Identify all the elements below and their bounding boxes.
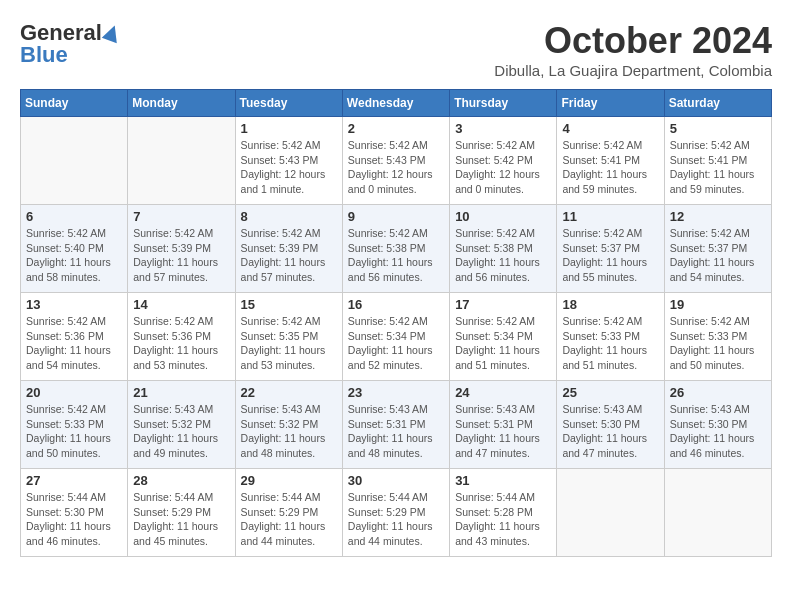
header-wednesday: Wednesday: [342, 90, 449, 117]
calendar-cell: 11Sunrise: 5:42 AM Sunset: 5:37 PM Dayli…: [557, 205, 664, 293]
day-number: 26: [670, 385, 766, 400]
day-number: 8: [241, 209, 337, 224]
day-info: Sunrise: 5:42 AM Sunset: 5:42 PM Dayligh…: [455, 138, 551, 197]
day-info: Sunrise: 5:42 AM Sunset: 5:38 PM Dayligh…: [348, 226, 444, 285]
calendar-cell: [21, 117, 128, 205]
title-block: October 2024 Dibulla, La Guajira Departm…: [494, 20, 772, 79]
location-subtitle: Dibulla, La Guajira Department, Colombia: [494, 62, 772, 79]
logo-triangle-icon: [102, 23, 123, 44]
calendar-cell: 8Sunrise: 5:42 AM Sunset: 5:39 PM Daylig…: [235, 205, 342, 293]
day-info: Sunrise: 5:42 AM Sunset: 5:35 PM Dayligh…: [241, 314, 337, 373]
day-number: 22: [241, 385, 337, 400]
calendar-week-row-4: 20Sunrise: 5:42 AM Sunset: 5:33 PM Dayli…: [21, 381, 772, 469]
day-info: Sunrise: 5:44 AM Sunset: 5:30 PM Dayligh…: [26, 490, 122, 549]
header-monday: Monday: [128, 90, 235, 117]
day-number: 10: [455, 209, 551, 224]
day-number: 4: [562, 121, 658, 136]
calendar-cell: 29Sunrise: 5:44 AM Sunset: 5:29 PM Dayli…: [235, 469, 342, 557]
calendar-cell: 19Sunrise: 5:42 AM Sunset: 5:33 PM Dayli…: [664, 293, 771, 381]
calendar-cell: 14Sunrise: 5:42 AM Sunset: 5:36 PM Dayli…: [128, 293, 235, 381]
calendar-cell: 27Sunrise: 5:44 AM Sunset: 5:30 PM Dayli…: [21, 469, 128, 557]
day-number: 28: [133, 473, 229, 488]
day-info: Sunrise: 5:42 AM Sunset: 5:41 PM Dayligh…: [670, 138, 766, 197]
calendar-cell: [557, 469, 664, 557]
day-info: Sunrise: 5:43 AM Sunset: 5:31 PM Dayligh…: [455, 402, 551, 461]
calendar-cell: 17Sunrise: 5:42 AM Sunset: 5:34 PM Dayli…: [450, 293, 557, 381]
day-number: 3: [455, 121, 551, 136]
day-info: Sunrise: 5:43 AM Sunset: 5:32 PM Dayligh…: [241, 402, 337, 461]
day-number: 12: [670, 209, 766, 224]
day-number: 27: [26, 473, 122, 488]
day-number: 14: [133, 297, 229, 312]
calendar-week-row-3: 13Sunrise: 5:42 AM Sunset: 5:36 PM Dayli…: [21, 293, 772, 381]
day-info: Sunrise: 5:43 AM Sunset: 5:32 PM Dayligh…: [133, 402, 229, 461]
calendar-cell: 6Sunrise: 5:42 AM Sunset: 5:40 PM Daylig…: [21, 205, 128, 293]
calendar-table: Sunday Monday Tuesday Wednesday Thursday…: [20, 89, 772, 557]
day-number: 21: [133, 385, 229, 400]
day-number: 1: [241, 121, 337, 136]
calendar-cell: 12Sunrise: 5:42 AM Sunset: 5:37 PM Dayli…: [664, 205, 771, 293]
header-saturday: Saturday: [664, 90, 771, 117]
header-thursday: Thursday: [450, 90, 557, 117]
day-number: 20: [26, 385, 122, 400]
calendar-cell: 31Sunrise: 5:44 AM Sunset: 5:28 PM Dayli…: [450, 469, 557, 557]
day-info: Sunrise: 5:44 AM Sunset: 5:29 PM Dayligh…: [348, 490, 444, 549]
header-tuesday: Tuesday: [235, 90, 342, 117]
day-number: 30: [348, 473, 444, 488]
day-info: Sunrise: 5:44 AM Sunset: 5:29 PM Dayligh…: [241, 490, 337, 549]
calendar-cell: 1Sunrise: 5:42 AM Sunset: 5:43 PM Daylig…: [235, 117, 342, 205]
header-sunday: Sunday: [21, 90, 128, 117]
day-info: Sunrise: 5:42 AM Sunset: 5:33 PM Dayligh…: [670, 314, 766, 373]
calendar-cell: 25Sunrise: 5:43 AM Sunset: 5:30 PM Dayli…: [557, 381, 664, 469]
calendar-cell: 10Sunrise: 5:42 AM Sunset: 5:38 PM Dayli…: [450, 205, 557, 293]
calendar-cell: 21Sunrise: 5:43 AM Sunset: 5:32 PM Dayli…: [128, 381, 235, 469]
day-info: Sunrise: 5:42 AM Sunset: 5:36 PM Dayligh…: [26, 314, 122, 373]
calendar-cell: 18Sunrise: 5:42 AM Sunset: 5:33 PM Dayli…: [557, 293, 664, 381]
header-friday: Friday: [557, 90, 664, 117]
day-info: Sunrise: 5:42 AM Sunset: 5:39 PM Dayligh…: [133, 226, 229, 285]
day-info: Sunrise: 5:44 AM Sunset: 5:29 PM Dayligh…: [133, 490, 229, 549]
day-info: Sunrise: 5:42 AM Sunset: 5:43 PM Dayligh…: [348, 138, 444, 197]
day-info: Sunrise: 5:43 AM Sunset: 5:30 PM Dayligh…: [670, 402, 766, 461]
day-number: 25: [562, 385, 658, 400]
day-info: Sunrise: 5:42 AM Sunset: 5:41 PM Dayligh…: [562, 138, 658, 197]
day-number: 31: [455, 473, 551, 488]
day-number: 19: [670, 297, 766, 312]
day-info: Sunrise: 5:42 AM Sunset: 5:43 PM Dayligh…: [241, 138, 337, 197]
day-info: Sunrise: 5:42 AM Sunset: 5:40 PM Dayligh…: [26, 226, 122, 285]
day-number: 11: [562, 209, 658, 224]
day-info: Sunrise: 5:43 AM Sunset: 5:30 PM Dayligh…: [562, 402, 658, 461]
page-header: General Blue October 2024 Dibulla, La Gu…: [20, 20, 772, 79]
day-number: 17: [455, 297, 551, 312]
day-number: 6: [26, 209, 122, 224]
calendar-cell: 26Sunrise: 5:43 AM Sunset: 5:30 PM Dayli…: [664, 381, 771, 469]
day-number: 15: [241, 297, 337, 312]
day-number: 23: [348, 385, 444, 400]
calendar-cell: 24Sunrise: 5:43 AM Sunset: 5:31 PM Dayli…: [450, 381, 557, 469]
calendar-week-row-5: 27Sunrise: 5:44 AM Sunset: 5:30 PM Dayli…: [21, 469, 772, 557]
day-info: Sunrise: 5:42 AM Sunset: 5:37 PM Dayligh…: [670, 226, 766, 285]
day-number: 29: [241, 473, 337, 488]
day-number: 9: [348, 209, 444, 224]
calendar-cell: 15Sunrise: 5:42 AM Sunset: 5:35 PM Dayli…: [235, 293, 342, 381]
calendar-cell: 20Sunrise: 5:42 AM Sunset: 5:33 PM Dayli…: [21, 381, 128, 469]
day-number: 24: [455, 385, 551, 400]
calendar-cell: 22Sunrise: 5:43 AM Sunset: 5:32 PM Dayli…: [235, 381, 342, 469]
day-number: 16: [348, 297, 444, 312]
day-info: Sunrise: 5:42 AM Sunset: 5:33 PM Dayligh…: [26, 402, 122, 461]
calendar-cell: 3Sunrise: 5:42 AM Sunset: 5:42 PM Daylig…: [450, 117, 557, 205]
calendar-cell: 2Sunrise: 5:42 AM Sunset: 5:43 PM Daylig…: [342, 117, 449, 205]
day-info: Sunrise: 5:42 AM Sunset: 5:34 PM Dayligh…: [348, 314, 444, 373]
day-info: Sunrise: 5:42 AM Sunset: 5:39 PM Dayligh…: [241, 226, 337, 285]
calendar-cell: [128, 117, 235, 205]
day-info: Sunrise: 5:42 AM Sunset: 5:38 PM Dayligh…: [455, 226, 551, 285]
day-info: Sunrise: 5:43 AM Sunset: 5:31 PM Dayligh…: [348, 402, 444, 461]
day-info: Sunrise: 5:42 AM Sunset: 5:34 PM Dayligh…: [455, 314, 551, 373]
day-number: 2: [348, 121, 444, 136]
calendar-cell: 5Sunrise: 5:42 AM Sunset: 5:41 PM Daylig…: [664, 117, 771, 205]
calendar-week-row-1: 1Sunrise: 5:42 AM Sunset: 5:43 PM Daylig…: [21, 117, 772, 205]
calendar-cell: 13Sunrise: 5:42 AM Sunset: 5:36 PM Dayli…: [21, 293, 128, 381]
day-number: 13: [26, 297, 122, 312]
day-info: Sunrise: 5:44 AM Sunset: 5:28 PM Dayligh…: [455, 490, 551, 549]
logo: General Blue: [20, 20, 120, 68]
